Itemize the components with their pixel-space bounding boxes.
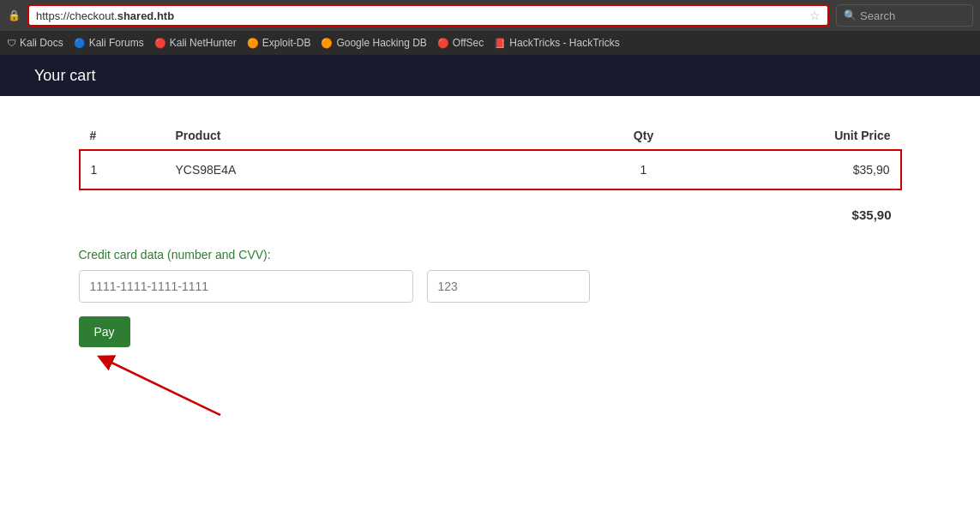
cc-number-input[interactable]: [79, 270, 413, 303]
kali-nethunter-icon: 🔴: [154, 38, 166, 49]
arrow-annotation: [87, 346, 242, 424]
kali-docs-icon: 🛡: [7, 38, 16, 48]
search-box[interactable]: 🔍 Search: [836, 4, 973, 27]
offsec-icon: 🔴: [437, 38, 449, 49]
bookmark-label: Exploit-DB: [262, 37, 311, 49]
hacktricks-icon: 📕: [494, 38, 506, 49]
row-num: 1: [80, 150, 165, 189]
credit-card-section: Credit card data (number and CVV): Pay: [79, 248, 902, 347]
url-text: https://checkout.shared.htb: [36, 9, 174, 22]
search-text: Search: [860, 9, 895, 22]
bookmark-kali-nethunter[interactable]: 🔴 Kali NetHunter: [154, 37, 237, 49]
col-header-product: Product: [165, 122, 558, 150]
bookmark-label: Kali Docs: [20, 37, 63, 49]
bookmark-exploit-db[interactable]: 🟠 Exploit-DB: [247, 37, 311, 49]
search-icon: 🔍: [844, 9, 857, 21]
bookmark-kali-forums[interactable]: 🔵 Kali Forums: [74, 37, 144, 49]
bookmark-label: Google Hacking DB: [336, 37, 426, 49]
bookmark-label: HackTricks - HackTricks: [509, 37, 619, 49]
row-qty: 1: [558, 150, 730, 189]
bookmark-google-hacking[interactable]: 🟠 Google Hacking DB: [321, 37, 426, 49]
bookmark-kali-docs[interactable]: 🛡 Kali Docs: [7, 37, 63, 49]
col-header-qty: Qty: [558, 122, 730, 150]
lock-icon: 🔒: [7, 9, 21, 22]
page-title: Your cart: [34, 67, 95, 85]
credit-card-inputs: [79, 270, 902, 303]
cart-total: $35,90: [79, 207, 902, 222]
bookmark-hacktricks[interactable]: 📕 HackTricks - HackTricks: [494, 37, 619, 49]
cc-cvv-input[interactable]: [427, 270, 590, 303]
browser-chrome: 🔒 https://checkout.shared.htb ☆ 🔍 Search…: [0, 0, 980, 55]
bookmarks-bar: 🛡 Kali Docs 🔵 Kali Forums 🔴 Kali NetHunt…: [0, 31, 980, 55]
cart-table: # Product Qty Unit Price 1 YCS98E4A 1 $3…: [79, 122, 902, 190]
bookmark-star-icon[interactable]: ☆: [809, 9, 821, 22]
bookmark-label: OffSec: [453, 37, 484, 49]
row-product: YCS98E4A: [165, 150, 558, 189]
table-row: 1 YCS98E4A 1 $35,90: [80, 150, 901, 189]
address-bar[interactable]: https://checkout.shared.htb ☆: [27, 4, 829, 27]
bookmark-label: Kali NetHunter: [170, 37, 237, 49]
col-header-num: #: [80, 122, 165, 150]
credit-card-label: Credit card data (number and CVV):: [79, 248, 902, 262]
total-value: $35,90: [852, 207, 892, 222]
row-price: $35,90: [730, 150, 901, 189]
page-header: Your cart: [0, 55, 980, 96]
pay-button[interactable]: Pay: [79, 316, 130, 347]
col-header-price: Unit Price: [730, 122, 901, 150]
browser-toolbar: 🔒 https://checkout.shared.htb ☆ 🔍 Search: [0, 0, 980, 31]
google-hacking-icon: 🟠: [321, 38, 333, 49]
bookmark-offsec[interactable]: 🔴 OffSec: [437, 37, 484, 49]
bookmark-label: Kali Forums: [89, 37, 144, 49]
page-content: # Product Qty Unit Price 1 YCS98E4A 1 $3…: [0, 96, 980, 373]
exploit-db-icon: 🟠: [247, 38, 259, 49]
kali-forums-icon: 🔵: [74, 38, 86, 49]
browser-nav-icons: 🔒: [7, 9, 21, 22]
svg-line-1: [105, 359, 220, 415]
table-header-row: # Product Qty Unit Price: [80, 122, 901, 150]
